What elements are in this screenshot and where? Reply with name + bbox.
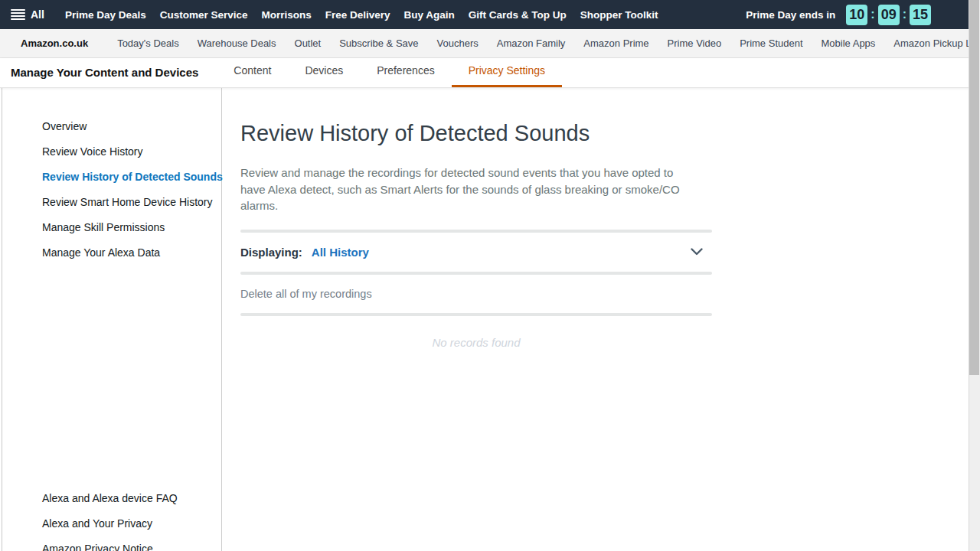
nav-item-amazon-home[interactable]: Amazon.co.uk	[21, 37, 88, 49]
sidebar-item-review-smart-home-device-history[interactable]: Review Smart Home Device History	[42, 194, 221, 210]
all-menu-label: All	[31, 8, 44, 21]
page-scrollbar[interactable]	[969, 0, 980, 551]
tab-header: Manage Your Content and Devices Content …	[0, 58, 980, 88]
tab-privacy-settings[interactable]: Privacy Settings	[452, 64, 562, 87]
nav-item-mobile-apps[interactable]: Mobile Apps	[812, 37, 885, 49]
countdown-separator: :	[903, 8, 906, 21]
nav-item-amazon-pickup-locations[interactable]: Amazon Pickup Locations	[884, 37, 980, 49]
sidebar-footer-nav: Alexa and Alexa device FAQ Alexa and You…	[42, 491, 178, 551]
tab-content[interactable]: Content	[217, 64, 288, 87]
nav-item-prime-video[interactable]: Prime Video	[658, 37, 731, 49]
divider	[240, 313, 712, 316]
countdown-hours: 10	[846, 5, 867, 25]
countdown-minutes: 09	[878, 5, 900, 25]
prime-day-countdown: Prime Day ends in 10 : 09 : 15	[746, 5, 931, 25]
nav-item-subscribe-save[interactable]: Subscribe & Save	[330, 37, 427, 49]
content-region: Overview Review Voice History Review His…	[0, 88, 980, 551]
sidebar-item-review-history-of-detected-sounds[interactable]: Review History of Detected Sounds	[42, 169, 221, 184]
privacy-sidebar: Overview Review Voice History Review His…	[0, 88, 222, 551]
sidebar-item-manage-skill-permissions[interactable]: Manage Skill Permissions	[42, 220, 221, 235]
nav-item-gift-cards[interactable]: Gift Cards & Top Up	[462, 9, 573, 21]
displaying-label: Displaying:	[240, 246, 302, 259]
tab-devices[interactable]: Devices	[288, 64, 360, 87]
sidebar-item-amazon-privacy-notice[interactable]: Amazon Privacy Notice	[42, 541, 178, 551]
tab-strip: Content Devices Preferences Privacy Sett…	[217, 58, 562, 87]
nav-item-todays-deals[interactable]: Today's Deals	[108, 37, 188, 49]
all-menu-button[interactable]: All	[11, 8, 44, 21]
sidebar-item-manage-your-alexa-data[interactable]: Manage Your Alexa Data	[42, 245, 221, 260]
page-title: Manage Your Content and Devices	[0, 66, 198, 87]
nav-item-prime-student[interactable]: Prime Student	[730, 37, 812, 49]
nav-item-warehouse-deals[interactable]: Warehouse Deals	[188, 37, 286, 49]
nav-item-free-delivery[interactable]: Free Delivery	[318, 9, 397, 21]
nav-item-amazon-prime[interactable]: Amazon Prime	[574, 37, 658, 49]
nav-item-shopper-toolkit[interactable]: Shopper Toolkit	[573, 9, 665, 21]
delete-all-recordings-link[interactable]: Delete all of my recordings	[240, 275, 712, 313]
nav-item-prime-day-deals[interactable]: Prime Day Deals	[58, 9, 153, 21]
tab-preferences[interactable]: Preferences	[360, 64, 451, 87]
nav-item-morrisons[interactable]: Morrisons	[255, 9, 318, 21]
sidebar-item-overview[interactable]: Overview	[42, 119, 221, 134]
countdown-label: Prime Day ends in	[746, 9, 835, 21]
nav-item-amazon-family[interactable]: Amazon Family	[488, 37, 575, 49]
countdown-separator: :	[871, 8, 874, 21]
main-panel: Review History of Detected Sounds Review…	[222, 88, 980, 551]
content-description: Review and manage the recordings for det…	[240, 165, 700, 214]
sidebar-item-review-voice-history[interactable]: Review Voice History	[42, 144, 221, 159]
chevron-down-icon[interactable]	[691, 248, 703, 256]
nav-item-buy-again[interactable]: Buy Again	[397, 9, 462, 21]
nav-item-customer-service[interactable]: Customer Service	[153, 9, 255, 21]
content-title: Review History of Detected Sounds	[240, 121, 712, 145]
countdown-seconds: 15	[910, 5, 931, 25]
secondary-navbar: Amazon.co.uk Today's Deals Warehouse Dea…	[0, 29, 980, 58]
main-navbar: All Prime Day Deals Customer Service Mor…	[0, 0, 980, 29]
scrollbar-thumb[interactable]	[969, 0, 979, 375]
sidebar-nav: Overview Review Voice History Review His…	[42, 119, 221, 260]
nav-item-outlet[interactable]: Outlet	[286, 37, 331, 49]
nav-item-vouchers[interactable]: Vouchers	[428, 37, 488, 49]
sidebar-item-alexa-device-faq[interactable]: Alexa and Alexa device FAQ	[42, 491, 178, 506]
displaying-value: All History	[312, 246, 369, 259]
empty-state-message: No records found	[240, 336, 712, 349]
displaying-filter-dropdown[interactable]: Displaying: All History	[240, 233, 712, 272]
sidebar-item-alexa-and-your-privacy[interactable]: Alexa and Your Privacy	[42, 516, 178, 531]
hamburger-icon	[11, 9, 25, 20]
browser-viewport: All Prime Day Deals Customer Service Mor…	[0, 0, 980, 551]
